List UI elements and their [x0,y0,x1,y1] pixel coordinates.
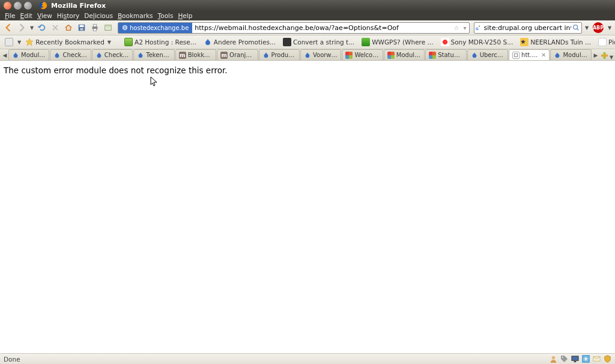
tab[interactable]: Modules | ... [384,49,425,60]
tab[interactable]: Voorwaar... [300,49,341,60]
svg-rect-8 [105,25,112,27]
bookmarks-toolbar: ▼ Recently Bookmarked▼ A2 Hosting : Rese… [0,35,615,49]
bookmark-star-icon[interactable]: ☆ [452,25,461,31]
status-bar: Done [0,353,615,364]
svg-rect-6 [93,29,96,31]
bookmark-recently[interactable]: Recently Bookmarked▼ [22,37,114,47]
tab-label: Voorwaar... [313,52,338,58]
bookmark-label: PicardDownload -... [608,38,615,46]
menu-delicious[interactable]: Delicious [82,11,115,20]
search-go-icon[interactable] [572,22,580,34]
tab[interactable]: mOranje Sp... [217,49,258,60]
tab[interactable]: mBlokken | ... [175,49,216,60]
tab[interactable]: Ubercart C... [467,49,508,60]
tab-list-dropdown-icon[interactable]: ▼ [609,55,614,60]
tab-scroll-left-icon[interactable]: ◀ [1,50,8,60]
tab[interactable]: Checkout ... [92,49,133,60]
print-button[interactable] [89,22,100,33]
tab[interactable]: Tekenreek... [133,49,174,60]
home-button[interactable] [63,22,74,33]
page-content: The custom error module does not recogni… [0,61,615,353]
save-button[interactable] [76,22,87,33]
bookmark-picard[interactable]: PicardDownload -... [595,37,615,47]
status-user-icon[interactable] [549,355,557,363]
menu-history[interactable]: History [55,11,82,20]
svg-rect-2 [80,25,84,28]
bookmark-a2hosting[interactable]: A2 Hosting : Rese... [121,37,199,47]
menu-help[interactable]: Help [175,11,195,20]
svg-rect-19 [571,356,578,360]
bookmark-sony[interactable]: Sony MDR-V250 S... [438,37,517,47]
search-bar[interactable]: G▾ [474,22,582,34]
bookmark-convert[interactable]: Convert a string t... [280,37,357,47]
url-bar[interactable]: hostedexchange.be ☆ ▾ [118,22,470,34]
tab[interactable]: Checkout ... [50,49,91,60]
svg-rect-20 [574,361,576,362]
svg-rect-16 [601,54,607,56]
tab[interactable]: Modules | ... [550,49,591,60]
url-input[interactable] [192,23,452,33]
bookmark-label: WWGPS? (Where ... [372,38,433,46]
site-identity-badge[interactable]: hostedexchange.be [118,23,192,33]
bookmark-andere[interactable]: Andere Promoties... [201,37,279,47]
window-maximize-icon[interactable] [24,2,32,10]
window-close-icon[interactable] [4,2,11,10]
tab[interactable]: htt...of✕ [509,49,550,60]
bookmark-label: Convert a string t... [293,38,354,46]
new-tab-button[interactable] [103,22,114,33]
status-text: Done [4,356,20,363]
tab[interactable]: Welcome t... [342,49,383,60]
tab[interactable]: Status rep... [425,49,466,60]
window-minimize-icon[interactable] [14,2,22,10]
bookmark-show-all[interactable] [2,37,16,47]
abp-icon[interactable]: ABP [593,22,604,33]
menu-view[interactable]: View [35,11,55,20]
toolbar-overflow-icon[interactable]: ▼ [584,25,589,31]
status-mail-icon[interactable] [592,355,601,363]
tab-label: Checkout ... [62,52,87,58]
search-input[interactable] [484,23,571,33]
menu-tools[interactable]: Tools [156,11,176,20]
tab-label: Oranje Sp... [229,52,254,58]
status-shield-icon[interactable] [603,355,611,363]
menu-bar: File Edit View History Delicious Bookmar… [0,11,615,20]
status-tag-icon[interactable] [560,355,568,363]
tab-scroll-right-icon[interactable]: ▶ [592,50,599,60]
mouse-cursor-icon [150,76,159,87]
menu-bookmarks[interactable]: Bookmarks [115,11,156,20]
abp-dropdown-icon[interactable]: ▼ [607,25,612,31]
tab-close-icon[interactable]: ✕ [541,52,546,58]
svg-point-13 [573,25,577,29]
tab-label: Tekenreek... [146,52,171,58]
google-icon[interactable]: G▾ [476,24,483,31]
menu-file[interactable]: File [2,11,18,20]
window-title: Mozilla Firefox [51,2,106,10]
back-button[interactable] [3,22,14,33]
bookmark-wwgps[interactable]: WWGPS? (Where ... [359,37,436,47]
bookmark-label: Andere Promoties... [214,38,276,46]
bookmark-label: NEERLANDs Tuin ... [530,38,591,46]
tab-label: Checkout ... [105,52,129,58]
status-monitor-icon[interactable] [571,355,579,363]
tab-bar: ◀ Modules | ...Checkout ...Checkout ...T… [0,49,615,61]
bookmark-dropdown-icon[interactable]: ▼ [17,40,21,45]
tab-label: Modules | ... [563,52,587,58]
bookmark-neerlands[interactable]: ★NEERLANDs Tuin ... [517,37,594,47]
svg-marker-14 [26,38,33,46]
tab[interactable]: Modules | ... [8,49,49,60]
tab[interactable]: Product | ... [259,49,300,60]
status-snowflake-icon[interactable] [581,355,590,363]
nav-history-dropdown-icon[interactable]: ▼ [29,25,34,31]
title-bar: Mozilla Firefox [0,0,615,11]
stop-button[interactable] [50,22,61,33]
reload-button[interactable] [37,22,47,33]
forward-button[interactable] [16,22,27,33]
tab-label: htt...of [521,52,538,58]
url-dropdown-icon[interactable]: ▾ [461,25,469,31]
error-message: The custom error module does not recogni… [4,65,228,75]
tab-label: Product | ... [271,52,296,58]
firefox-icon [39,1,47,10]
bookmark-label: Recently Bookmarked [35,38,105,46]
new-tab-icon[interactable] [599,50,609,60]
menu-edit[interactable]: Edit [18,11,35,20]
